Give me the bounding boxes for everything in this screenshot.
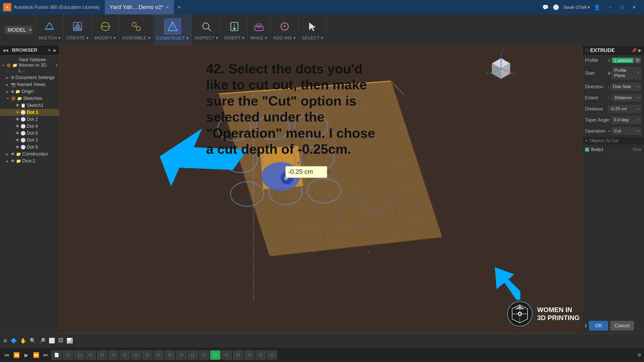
zoom-fit-icon[interactable]: 🔍 [30,338,36,344]
ok-button[interactable]: OK [589,321,608,331]
timeline-item-1[interactable]: 📄 [52,350,62,360]
modify-button[interactable] [97,19,114,34]
active-tab[interactable]: Yard Yah....Demo v2* ✕ [105,0,174,14]
timeline-item-20[interactable]: ⬡ [267,350,277,360]
insert-button[interactable] [226,19,243,34]
direction-dropdown[interactable]: One Side ▾ [611,83,641,90]
timeline-item-13[interactable]: ⬡ [188,350,198,360]
body-checkbox[interactable]: ✓ [585,148,589,152]
timeline-item-11[interactable]: ⬡ [165,350,175,360]
tree-item-doc-settings[interactable]: ▶ ⚙ Document Settings [0,74,59,81]
timeline-item-8[interactable]: ⬡ [131,350,141,360]
browser-title: BROWSER [12,47,46,53]
pan-icon[interactable]: 🔷 [11,338,17,344]
close-button[interactable]: ✕ [628,3,640,11]
tree-item-construction[interactable]: ▶ 👁 📁 Construction [0,151,59,158]
root-info-icon[interactable]: ℹ [56,64,57,67]
new-tab-button[interactable]: + [174,4,184,11]
svg-marker-23 [309,22,316,31]
display-mode-icon[interactable]: 🖼 [58,338,63,343]
operation-dropdown[interactable]: Cut ▾ [612,127,641,135]
inspect-icon [200,20,213,33]
timeline-play-button[interactable]: ▶ [22,351,30,359]
origin-icon: ⊕ [11,89,14,94]
tree-item-dot6[interactable]: 👁 ⚪ Dot 6 [0,130,59,137]
timeline-item-6[interactable]: ⬡ [108,350,118,360]
tree-item-dot4[interactable]: 👁 ⚪ Dot 4 [0,123,59,130]
zoom-icon[interactable]: 🔎 [39,338,46,344]
taper-input[interactable]: 0.0 deg ▾ [612,116,641,124]
modify-icon [99,20,112,33]
distance-input[interactable]: -0.25 cm ▾ [608,105,641,113]
user-icon[interactable]: Sarah O'Sell ▾ [563,5,590,10]
tree-item-named-views[interactable]: ▶ 📷 Named Views [0,81,59,88]
tree-item-origin[interactable]: ▶ ⊕ 📁 Origin [0,88,59,95]
timeline-item-3[interactable]: ⬡ [74,350,84,360]
viewport[interactable]: ⊕ [59,45,582,333]
sketch-button[interactable] [41,19,58,34]
tree-label-sketches: Sketches [23,96,57,101]
timeline-item-2[interactable]: ⬡ [63,350,73,360]
grid-icon[interactable]: 📊 [66,338,73,344]
timeline-item-15[interactable]: ⬡ [210,350,221,360]
view-cube-icon[interactable]: ⬜ [49,338,55,344]
tree-item-dice[interactable]: ▶ 👁 📁 Dice:1 [0,158,59,165]
minimize-button[interactable]: − [604,3,616,11]
select-button[interactable] [304,19,321,34]
browser-options-icon[interactable]: ⚙ [48,48,51,52]
tab-close-icon[interactable]: ✕ [165,4,169,10]
timeline-next-button[interactable]: ⏩ [32,351,40,359]
tree-item-sketches[interactable]: ▼ 🔆 📁 Sketches [0,95,59,102]
timeline-item-12[interactable]: ⬡ [176,350,187,360]
tree-item-root[interactable]: ▼ 🔆 📁 Yard Yahtzee - Women in 3D L... ℹ [0,56,59,74]
cancel-button[interactable]: Cancel [610,321,634,331]
model-dropdown[interactable]: MODEL [5,26,32,34]
panel-info-icon[interactable]: ℹ [585,323,587,329]
timeline-item-5[interactable]: ⬡ [97,350,107,360]
extent-dropdown[interactable]: Distance ▾ [612,94,641,101]
browser-collapse-icon[interactable]: ◀◀ [3,48,8,52]
make-button[interactable] [251,19,267,34]
dot2-eye-icon: 👁 [15,117,20,122]
tree-item-dot5[interactable]: 👁 ⚪ Dot 5 [0,144,59,151]
timeline-item-9[interactable]: ⬡ [142,350,152,360]
panel-expand-icon[interactable]: ▶ [638,48,641,53]
notifications-icon[interactable]: 💬 [542,4,549,10]
tree-label-doc: Document Settings [15,75,57,80]
timeline-item-14[interactable]: ⬡ [199,350,209,360]
assemble-button[interactable] [128,19,145,34]
construct-button[interactable] [164,19,181,35]
timeline-end-button[interactable]: ⏭ [42,351,50,359]
timeline-item-7[interactable]: ⬡ [120,350,130,360]
tree-item-dot1[interactable]: 👁 ⚪ Dot 1 [0,109,59,116]
timeline-item-19[interactable]: ⬡ [256,350,266,360]
browser-expand-icon[interactable]: ▶ [54,48,56,52]
timeline-item-10[interactable]: ⬡ [154,350,164,360]
tree-item-sketch1[interactable]: 👁 📋 Sketch1 [0,102,59,109]
dice-folder-icon: 📁 [16,159,21,163]
timeline-item-4[interactable]: ⬡ [86,350,96,360]
timeline-item-18[interactable]: ⬡ [244,350,255,360]
timeline-settings-icon[interactable]: ⚙ [637,352,641,358]
timeline-item-16[interactable]: ⬡ [222,350,232,360]
history-icon[interactable]: 🕐 [553,4,559,10]
view-cube[interactable]: Z X Y [484,48,518,81]
timeline-item-17[interactable]: ⬡ [233,350,243,360]
inspect-button[interactable] [198,19,215,34]
maximize-button[interactable]: □ [616,3,628,11]
profile-clear-button[interactable]: ✕ [635,57,641,63]
timeline-prev-button[interactable]: ⏪ [12,351,21,359]
create-button[interactable] [69,19,86,34]
window-controls: − □ ✕ [604,3,640,11]
title-bar-right: 💬 🕐 Sarah O'Sell ▾ 👤 − □ ✕ [542,3,644,11]
start-dropdown[interactable]: Profile Plane ▾ [612,67,641,79]
tree-item-dot2[interactable]: 👁 ⚪ Dot 2 [0,116,59,123]
addins-button[interactable]: + [276,19,293,34]
orbit-icon[interactable]: ⊕ [3,338,7,344]
hand-icon[interactable]: ✋ [20,338,27,344]
panel-pin-icon[interactable]: 📌 [632,48,637,53]
tree-item-dot3[interactable]: 👁 ⚪ Dot 3 [0,137,59,144]
account-icon[interactable]: 👤 [594,4,600,10]
timeline-start-button[interactable]: ⏮ [3,351,11,359]
panel-operation-row: Operation ✂ Cut ▾ [582,126,644,137]
